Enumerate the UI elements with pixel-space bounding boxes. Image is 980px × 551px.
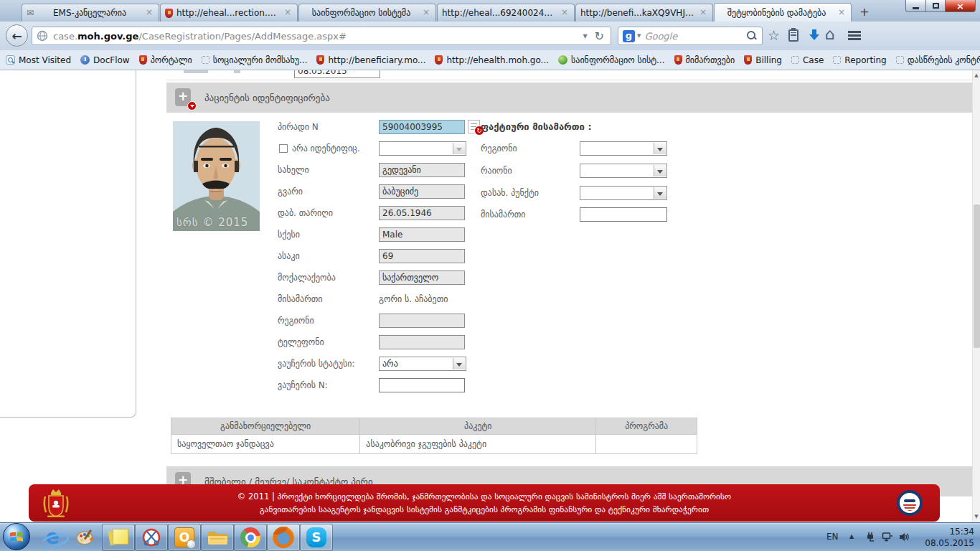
scroll-down-button[interactable]: ▼ xyxy=(973,512,980,522)
taskbar-paint-button[interactable] xyxy=(69,524,102,551)
bookmark-portal[interactable]: პორტალი xyxy=(139,55,192,65)
clipped-date-input[interactable]: 08.05.2015 xyxy=(294,70,380,78)
chevron-down-icon[interactable] xyxy=(453,358,465,369)
snipping-tool-icon xyxy=(141,527,161,547)
green-globe-icon xyxy=(558,55,567,65)
bookmark-attendance[interactable]: დასწრების კონტრო... xyxy=(896,55,980,65)
hidden-icons-button[interactable]: ▲ xyxy=(849,533,854,540)
taskbar-firefox-button[interactable] xyxy=(267,524,300,551)
taskbar-ie-button[interactable]: e xyxy=(36,524,69,551)
tab-close-icon[interactable]: × xyxy=(560,8,570,18)
table-row[interactable]: საყოველთაო ჯანდაცვა ასაკობრივი ჯგუფების … xyxy=(171,434,697,453)
voucher-status-select[interactable]: არა xyxy=(379,357,466,371)
tab-add-message-active[interactable]: შეტყობინების დამატება × xyxy=(714,3,852,22)
bookmark-docflow[interactable]: DocFlow xyxy=(80,55,130,65)
last-name-label: გვარი xyxy=(278,184,303,199)
age-label: ასაკი xyxy=(278,249,300,263)
not-identified-select[interactable] xyxy=(379,141,466,156)
taskbar-clock[interactable]: 15:34 08.05.2015 xyxy=(917,526,974,549)
bookmark-star-icon[interactable]: ☆ xyxy=(768,27,780,43)
power-icon[interactable] xyxy=(865,532,876,545)
minimize-button[interactable] xyxy=(905,0,926,12)
sticky-notes-icon xyxy=(109,528,128,547)
bookmark-social-service[interactable]: სოციალური მომსახუ... xyxy=(202,55,308,65)
tab-close-icon[interactable]: × xyxy=(144,8,154,18)
bookmark-most-visited[interactable]: Most Visited xyxy=(6,55,71,65)
region-label: რეგიონი xyxy=(278,314,314,328)
url-bar[interactable]: case.moh.gov.ge/CaseRegistration/Pages/A… xyxy=(32,27,611,45)
close-button[interactable]: × xyxy=(946,0,976,12)
bookmarks-menu-icon[interactable] xyxy=(788,29,798,42)
actual-settlement-label: დასახ. პუნქტი xyxy=(481,186,539,200)
bookmark-label: http://beneficiary.mo... xyxy=(328,55,425,65)
url-dropdown-icon[interactable]: ▼ xyxy=(583,33,587,39)
taskbar-skype-button[interactable]: S xyxy=(300,524,333,551)
column-header: პროგრამა xyxy=(596,418,697,434)
new-tab-button[interactable]: + xyxy=(855,5,874,20)
bookmark-beneficiary[interactable]: http://beneficiary.mo... xyxy=(316,55,425,65)
taskbar-explorer-button[interactable] xyxy=(201,524,234,551)
not-identified-checkbox[interactable] xyxy=(279,144,288,153)
back-button[interactable]: ← xyxy=(6,24,28,47)
language-indicator[interactable]: EN xyxy=(826,532,839,542)
firefox-icon xyxy=(273,527,294,548)
volume-icon[interactable] xyxy=(898,532,910,545)
bookmark-case[interactable]: Case xyxy=(791,55,824,65)
tab-correction[interactable]: http://eheal...rection.aspx × xyxy=(160,4,298,22)
tab-ems[interactable]: ✉ EMS-კანცელარია × xyxy=(22,4,159,22)
tab-info-system[interactable]: საინფორმაციო სისტემა × xyxy=(298,4,436,22)
taskbar-sticky-notes-button[interactable] xyxy=(102,524,135,551)
taskbar-chrome-button[interactable] xyxy=(234,524,267,551)
actual-district-select[interactable] xyxy=(580,164,667,178)
search-icon[interactable] xyxy=(746,30,758,42)
home-icon[interactable]: ⌂ xyxy=(825,25,835,43)
bookmark-reporting[interactable]: Reporting xyxy=(833,55,886,65)
georgia-coat-of-arms-icon xyxy=(42,488,70,521)
docflow-icon xyxy=(80,55,90,65)
actual-region-label: რეგიონი xyxy=(481,141,517,156)
sex-input: Male xyxy=(379,227,465,242)
chevron-down-icon[interactable] xyxy=(654,187,666,199)
start-button[interactable] xyxy=(3,523,30,550)
restore-button[interactable] xyxy=(926,0,946,12)
clock-date: 08.05.2015 xyxy=(917,537,974,549)
personal-n-input[interactable]: 59004003995 xyxy=(379,120,465,134)
actual-settlement-select[interactable] xyxy=(580,186,667,200)
tab-label: http://benefi...kaXQ9VHJ1ZQ2 xyxy=(580,8,696,18)
chevron-down-icon[interactable] xyxy=(453,143,465,154)
taskbar-outlook-button[interactable]: O xyxy=(168,524,201,551)
actual-region-select[interactable] xyxy=(580,141,667,156)
search-bar[interactable]: g ▼ Google xyxy=(618,27,763,45)
actual-address-input[interactable] xyxy=(580,207,667,222)
bookmark-referrals[interactable]: მიმართვები xyxy=(674,55,735,65)
outlook-icon: O xyxy=(174,527,194,547)
bookmark-billing[interactable]: Billing xyxy=(744,55,782,65)
tab-close-icon[interactable]: × xyxy=(283,8,293,18)
first-name-label: სახელი xyxy=(278,163,309,177)
verify-id-button[interactable]: ↻ xyxy=(468,120,480,133)
windows-flag-icon xyxy=(9,530,24,543)
tab-close-icon[interactable]: × xyxy=(837,8,847,18)
voucher-n-input[interactable] xyxy=(379,378,465,392)
collapse-toggle-button[interactable]: + xyxy=(175,88,193,108)
reload-icon[interactable]: ↻ xyxy=(595,29,604,43)
chevron-down-icon[interactable] xyxy=(654,165,666,176)
google-icon[interactable]: g xyxy=(623,30,635,42)
coat-of-arms-icon xyxy=(744,55,752,65)
tab-close-icon[interactable]: × xyxy=(698,8,708,18)
tab-beneficiary[interactable]: http://benefi...kaXQ9VHJ1ZQ2 × xyxy=(575,4,713,22)
divider xyxy=(166,80,973,80)
tab-close-icon[interactable]: × xyxy=(421,8,431,18)
tab-bar: ✉ EMS-კანცელარია × http://eheal...rectio… xyxy=(0,0,980,22)
chevron-down-icon[interactable] xyxy=(654,143,666,154)
scroll-up-button[interactable]: ▲ xyxy=(973,70,980,81)
tab-ehealth[interactable]: http://eheal...6924002456190 × xyxy=(437,4,575,22)
bookmark-ehealth[interactable]: http://ehealth.moh.go... xyxy=(435,55,549,65)
network-icon[interactable] xyxy=(882,532,893,545)
column-header: პაკეტი xyxy=(360,418,596,434)
bookmark-info-system[interactable]: საინფორმაციო სისტ... xyxy=(558,55,664,65)
scrollbar-thumb[interactable] xyxy=(974,204,980,348)
search-engine-dropdown-icon[interactable]: ▼ xyxy=(637,33,641,39)
taskbar-snipping-tool-button[interactable] xyxy=(135,524,168,551)
menu-icon[interactable] xyxy=(848,31,861,33)
